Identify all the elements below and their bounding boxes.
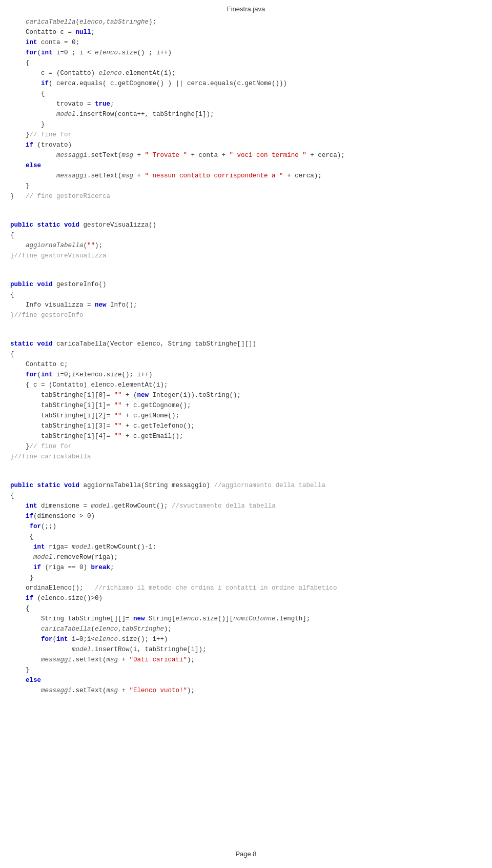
code-line: public void gestoreInfo(): [10, 279, 482, 290]
page-footer: Page 8: [0, 850, 492, 858]
code-line: {: [10, 491, 482, 501]
code-line: String tabStringhe[][]= new String[elenc…: [10, 614, 482, 624]
code-line: {: [10, 89, 482, 99]
code-line: } // fine gestoreRicerca: [10, 191, 482, 201]
code-line: if (trovato): [10, 140, 482, 150]
code-line: ordinaElenco(); //richiamo il metodo che…: [10, 583, 482, 593]
code-line: {: [10, 290, 482, 300]
code-line: model.removeRow(riga);: [10, 552, 482, 562]
code-line: }//fine caricaTabella: [10, 452, 482, 462]
code-line: int riga= model.getRowCount()-1;: [10, 542, 482, 552]
code-line: caricaTabella(elenco,tabStringhe);: [10, 624, 482, 634]
code-line: if (elenco.size()>0): [10, 593, 482, 603]
code-line: }//fine gestoreVisualizza: [10, 251, 482, 261]
code-line: caricaTabella(elenco,tabStringhe);: [10, 17, 482, 27]
code-line: for(int i=0;i<elenco.size(); i++): [10, 370, 482, 380]
code-line: if(dimensione > 0): [10, 511, 482, 521]
code-line: aggiornaTabella("");: [10, 240, 482, 251]
code-line: }: [10, 573, 482, 583]
code-line: { c = (Contatto) elenco.elementAt(i);: [10, 380, 482, 390]
code-line: int dimensione = model.getRowCount(); //…: [10, 501, 482, 511]
code-line: tabStringhe[i][4]= "" + c.getEmail();: [10, 431, 482, 441]
code-line: tabStringhe[i][0]= "" + (new Integer(i))…: [10, 390, 482, 400]
code-line: int conta = 0;: [10, 37, 482, 48]
code-line: public static void aggiornaTabella(Strin…: [10, 480, 482, 491]
code-line: Contatto c;: [10, 359, 482, 370]
code-line: }//fine gestoreInfo: [10, 310, 482, 320]
code-line: public static void gestoreVisualizza(): [10, 220, 482, 230]
code-line: messaggi.setText(msg + " Trovate " + con…: [10, 150, 482, 160]
code-line: if (riga == 0) break;: [10, 562, 482, 573]
code-line: }: [10, 119, 482, 130]
code-line: Info visualizza = new Info();: [10, 300, 482, 310]
code-area: caricaTabella(elenco,tabStringhe); Conta…: [0, 17, 492, 696]
code-line: if( cerca.equals( c.getCognome() ) || ce…: [10, 78, 482, 89]
code-line: for(;;): [10, 521, 482, 532]
code-line: {: [10, 58, 482, 68]
code-line: }// fine for: [10, 130, 482, 140]
code-line: Contatto c = null;: [10, 27, 482, 37]
code-line: static void caricaTabella(Vector elenco,…: [10, 339, 482, 349]
code-line: {: [10, 603, 482, 614]
code-line: else: [10, 675, 482, 685]
code-line: }// fine for: [10, 441, 482, 452]
code-line: {: [10, 230, 482, 240]
code-line: else: [10, 160, 482, 171]
page-title: Finestra.java: [0, 0, 492, 17]
code-line: }: [10, 665, 482, 675]
code-line: {: [10, 532, 482, 542]
code-line: for(int i=0 ; i < elenco.size() ; i++): [10, 48, 482, 58]
code-line: }: [10, 181, 482, 191]
code-line: messaggi.setText(msg + "Elenco vuoto!");: [10, 685, 482, 696]
code-line: c = (Contatto) elenco.elementAt(i);: [10, 68, 482, 78]
code-line: {: [10, 349, 482, 359]
code-line: messaggi.setText(msg + "Dati caricati");: [10, 655, 482, 665]
code-line: messaggi.setText(msg + " nessun contatto…: [10, 171, 482, 181]
code-line: tabStringhe[i][2]= "" + c.getNome();: [10, 411, 482, 421]
code-line: tabStringhe[i][3]= "" + c.getTelefono();: [10, 421, 482, 431]
code-line: model.insertRow(i, tabStringhe[i]);: [10, 644, 482, 655]
code-line: model.insertRow(conta++, tabStringhe[i])…: [10, 109, 482, 119]
code-line: for(int i=0;i<elenco.size(); i++): [10, 634, 482, 644]
code-line: trovato = true;: [10, 99, 482, 109]
code-line: tabStringhe[i][1]= "" + c.getCognome();: [10, 400, 482, 411]
